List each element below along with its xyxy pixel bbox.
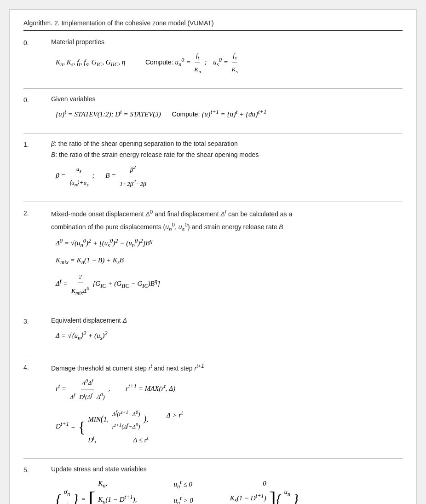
beta-formula: β = us ⟨un⟩+us ; B = β2 1+2β2−2β: [56, 162, 403, 190]
divider-3: [23, 202, 403, 202]
formula-kn-ks: Kn, Ks, ft, fs, GIC, GIIC, η: [56, 58, 127, 66]
update-stress-header: Update stress and state variables: [51, 465, 403, 473]
section-content-0b: Given variables {u}t = STATEV(1:2); Dt =…: [51, 95, 403, 125]
divider-6: [23, 458, 403, 459]
section-content-1: β: the ratio of the shear opening separa…: [51, 140, 403, 193]
section-content-0a: Material properties Kn, Ks, ft, fs, GIC,…: [51, 38, 403, 80]
title-bar: Algorithm. 2. Implementation of the cohe…: [23, 19, 403, 31]
B-def: B = β2 1+2β2−2β: [105, 172, 148, 179]
mixed-mode-header: Mixed-mode onset displacement Δ0 and fin…: [51, 209, 403, 218]
section-given-variables: 0. Given variables {u}t = STATEV(1:2); D…: [23, 95, 403, 125]
beta-header-2: B: the ratio of the strain energy releas…: [51, 151, 403, 158]
section-mixed-mode: 2. Mixed-mode onset displacement Δ0 and …: [23, 209, 403, 301]
stress-matrix-eq: { σn σs } = [ Kn,: [56, 476, 403, 504]
delta-eq: Δ = √⟨un⟩2 + (us)2: [56, 332, 108, 339]
section-num-2: 2.: [23, 209, 51, 301]
formula-u0n: un0 = ft Kn ;: [175, 58, 209, 66]
section-content-4: Damage threshold at current step rt and …: [51, 363, 403, 450]
update-stress-formula: { σn σs } = [ Kn,: [56, 476, 403, 504]
section-beta: 1. β: the ratio of the shear opening sep…: [23, 140, 403, 193]
mixed-mode-header2: combination of the pure displacements (u…: [51, 221, 403, 232]
damage-formulas: rt = Δ0Δf Δf−Dt(Δf−Δ0) , rt+1 = MAX(rt, …: [56, 376, 403, 446]
section-num-4: 4.: [23, 363, 51, 450]
divider-1: [23, 88, 403, 89]
section-num-0a: 0.: [23, 38, 51, 80]
material-properties-header: Material properties: [51, 38, 403, 46]
section-equivalent: 3. Equivalent displacement Δ Δ = √⟨un⟩2 …: [23, 317, 403, 348]
compute-label-0: Compute:: [145, 58, 175, 66]
equivalent-header: Equivalent displacement Δ: [51, 317, 403, 324]
damage-header: Damage threshold at current step rt and …: [51, 363, 403, 372]
section-content-2: Mixed-mode onset displacement Δ0 and fin…: [51, 209, 403, 301]
given-formula: {u}t = STATEV(1:2); Dt = STATEV(3) Compu…: [56, 106, 403, 121]
equivalent-formula: Δ = √⟨un⟩2 + (us)2: [56, 328, 403, 344]
dt1-formula: Dt+1 = { MIN(1, Δf(rt+1−Δ0) rt+1(Δf−Δ0) …: [56, 408, 403, 446]
section-num-5: 5.: [23, 465, 51, 504]
section-num-1: 1.: [23, 140, 51, 193]
section-damage: 4. Damage threshold at current step rt a…: [23, 363, 403, 450]
material-formula: Kn, Ks, ft, fs, GIC, GIIC, η Compute: un…: [56, 49, 403, 76]
section-num-3: 3.: [23, 317, 51, 348]
given-u-statev: {u}t = STATEV(1:2); Dt = STATEV(3): [56, 110, 163, 118]
deltaf-formula: Δf = 2 KmixΔ0 [GIC + (GIIC − GIC)Bη]: [56, 270, 403, 298]
divider-4: [23, 310, 403, 310]
section-content-5: Update stress and state variables { σn σ…: [51, 465, 403, 504]
mixed-mode-formulas: Δ0 = √(un0)2 + [(us0)2 − (un0)2]Bη Kmix …: [56, 235, 403, 298]
given-variables-header: Given variables: [51, 95, 403, 103]
kmix-formula: Kmix = Kn(1 − B) + KsB: [56, 253, 403, 268]
section-material-properties: 0. Material properties Kn, Ks, ft, fs, G…: [23, 38, 403, 80]
delta0-formula: Δ0 = √(un0)2 + [(us0)2 − (un0)2]Bη: [56, 235, 403, 251]
section-update-stress: 5. Update stress and state variables { σ…: [23, 465, 403, 504]
given-compute: {u}t+1 = {u}t + {du}t+1: [201, 110, 266, 118]
page-title: Algorithm. 2. Implementation of the cohe…: [23, 19, 214, 27]
section-num-0b: 0.: [23, 95, 51, 125]
beta-header-1: β: the ratio of the shear opening separa…: [51, 140, 403, 147]
rt-formula: rt = Δ0Δf Δf−Dt(Δf−Δ0) , rt+1 = MAX(rt, …: [56, 376, 403, 403]
formula-u0s: us0 = fs Ks: [213, 58, 240, 66]
section-content-3: Equivalent displacement Δ Δ = √⟨un⟩2 + (…: [51, 317, 403, 348]
piecewise-dt1: MIN(1, Δf(rt+1−Δ0) rt+1(Δf−Δ0) ), Δ > rt…: [88, 408, 183, 446]
divider-2: [23, 133, 403, 133]
divider-5: [23, 356, 403, 356]
compute-label-0b: Compute:: [172, 110, 202, 118]
beta-def: β = us ⟨un⟩+us ;: [56, 172, 96, 179]
algorithm-page: Algorithm. 2. Implementation of the cohe…: [9, 9, 417, 504]
